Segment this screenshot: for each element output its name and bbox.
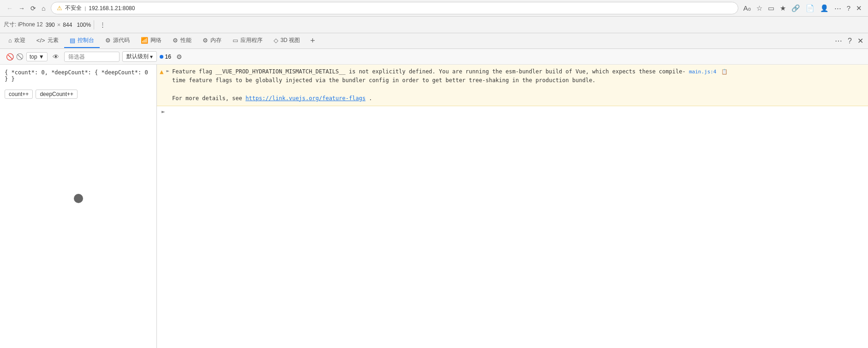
font-size-btn[interactable]: A₀ [742,3,752,14]
level-select-arrow: ▾ [150,54,153,60]
count-increment-btn[interactable]: count++ [5,90,33,99]
security-warning-icon: ⚠ [57,5,62,12]
count-value: 16 [165,54,171,60]
deep-count-increment-btn[interactable]: deepCount++ [36,90,78,99]
filter-input[interactable] [64,52,120,62]
warning-feature-flags-link[interactable]: https://link.vuejs.org/feature-flags [245,95,365,102]
devtools-more-btn[interactable]: ⋯ [833,35,844,47]
home-button[interactable]: ⌂ [40,3,47,14]
top-select-label: top [30,54,37,60]
devtools-close-btn[interactable]: ✕ [856,35,865,47]
application-icon: ▭ [233,37,238,44]
tab-elements-label: 元素 [48,36,59,44]
browser-actions: A₀ ☆ ▭ ★ 🔗 📄 👤 ⋯ ? ✕ [742,3,863,14]
tab-elements[interactable]: </> 元素 [31,34,64,48]
network-icon: 📶 [141,37,148,44]
close-btn[interactable]: ✕ [855,3,863,14]
3dview-icon: ◇ [274,37,278,44]
tab-performance-label: 性能 [180,36,192,44]
expand-arrow[interactable]: ► [166,68,169,74]
profile-btn[interactable]: 👤 [819,3,830,14]
console-icon: ▤ [70,37,75,44]
top-select-arrow: ▼ [39,54,44,60]
preview-json: { *count*: 0, *deepCount*: { *deepCount*… [0,65,156,87]
warning-message: ▲ ► Feature flag __VUE_PROD_HYDRATION_MI… [157,65,868,106]
block-btn[interactable]: ⃠ [19,51,24,62]
message-count: 16 [160,54,171,60]
warning-text-part1: Feature flag __VUE_PROD_HYDRATION_MISMAT… [172,68,686,75]
tab-application[interactable]: ▭ 应用程序 [227,34,268,48]
help-btn[interactable]: ? [845,3,852,14]
devtools-tabs: ⌂ 欢迎 </> 元素 ▤ 控制台 ⚙ 源代码 📶 网络 ⚙ 性能 ⚙ 内存 ▭… [0,33,868,49]
bookmark-btn[interactable]: ☆ [755,3,764,14]
tab-console[interactable]: ▤ 控制台 [64,34,100,48]
preview-circle [74,194,83,203]
more-btn[interactable]: ⋯ [833,3,843,14]
tab-console-label: 控制台 [78,36,94,44]
top-select[interactable]: top ▼ [26,52,48,61]
tab-3dview[interactable]: ◇ 3D 视图 [268,34,306,48]
eye-btn[interactable]: 👁 [50,52,61,62]
collections-btn[interactable]: 📄 [804,3,816,14]
sources-icon: ⚙ [105,37,111,44]
level-select-label: 默认级别 [126,53,149,60]
forward-button[interactable]: → [17,3,27,14]
preview-viewport [0,102,156,348]
height-value: 844 [63,22,72,28]
extensions-btn[interactable]: 🔗 [790,3,802,14]
devtools-help-btn[interactable]: ? [846,35,854,47]
tab-network[interactable]: 📶 网络 [135,34,167,48]
tab-application-label: 应用程序 [240,36,263,44]
warning-text-end: . [369,95,372,102]
address-text: 不安全 [65,4,82,12]
more-devices-btn[interactable]: ⋮ [97,19,108,30]
size-separator: × [57,21,61,28]
size-label: 尺寸: iPhone 12 [4,21,43,29]
address-bar[interactable]: ⚠ 不安全 | 192.168.1.21:8080 [51,2,738,14]
console-expand-row[interactable]: ► [157,106,868,117]
performance-icon: ⚙ [173,37,178,44]
warning-text-part3: For more details, see [172,95,245,102]
elements-icon: </> [36,37,45,44]
tab-3dview-label: 3D 视图 [281,36,300,44]
level-select[interactable]: 默认级别 ▾ [122,51,157,62]
warning-source-link[interactable]: main.js:4 [689,69,717,75]
welcome-icon: ⌂ [8,37,12,44]
address-separator: | [84,6,86,11]
console-panel: ▲ ► Feature flag __VUE_PROD_HYDRATION_MI… [157,65,868,348]
tab-network-label: 网络 [150,36,162,44]
console-toolbar: 🚫 ⃠ top ▼ 👁 默认级别 ▾ 16 ⚙ [0,49,868,65]
main-layout: { *count*: 0, *deepCount*: { *deepCount*… [0,65,868,348]
split-view-btn[interactable]: ▭ [766,3,776,14]
device-toolbar: 尺寸: iPhone 12 390 × 844 100% ⋮ [0,17,868,33]
zoom-value: 100% [77,22,91,28]
address-value: 192.168.1.21:8080 [89,5,135,12]
width-value: 390 [46,22,55,28]
memory-icon: ⚙ [203,37,208,44]
clear-console-btn[interactable]: 🚫 [4,52,16,62]
warning-triangle-icon: ▲ [160,68,163,75]
add-tab-button[interactable]: + [307,36,318,46]
devtools-right-icons: ⋯ ? ✕ [833,35,865,47]
browser-chrome: ← → ⟳ ⌂ ⚠ 不安全 | 192.168.1.21:8080 A₀ ☆ ▭… [0,0,868,17]
tab-welcome[interactable]: ⌂ 欢迎 [3,34,31,48]
console-settings-btn[interactable]: ⚙ [174,52,185,62]
preview-json-text: { *count*: 0, *deepCount*: { *deepCount*… [5,69,148,82]
tab-sources[interactable]: ⚙ 源代码 [100,34,135,48]
reload-button[interactable]: ⟳ [29,3,38,14]
count-indicator [160,55,163,59]
tab-welcome-label: 欢迎 [14,36,25,44]
nav-buttons: ← → ⟳ ⌂ [5,3,47,14]
warning-text-part2: time feature flags to be globally inject… [172,77,596,84]
back-button[interactable]: ← [5,3,15,14]
toolbar-separator-1 [94,20,94,30]
tab-memory[interactable]: ⚙ 内存 [197,34,227,48]
expand-icon: ► [162,108,165,115]
favorites-btn[interactable]: ★ [778,3,787,14]
tab-memory-label: 内存 [210,36,221,44]
preview-buttons: count++ deepCount++ [0,87,156,102]
warning-text: Feature flag __VUE_PROD_HYDRATION_MISMAT… [172,67,863,103]
tab-performance[interactable]: ⚙ 性能 [167,34,197,48]
preview-panel: { *count*: 0, *deepCount*: { *deepCount*… [0,65,157,348]
warning-source-copy-btn[interactable]: 📋 [721,69,728,75]
